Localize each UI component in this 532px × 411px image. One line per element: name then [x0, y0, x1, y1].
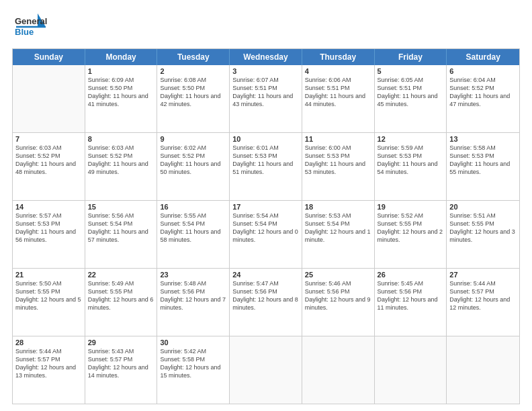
calendar-body: 1Sunrise: 6:09 AM Sunset: 5:50 PM Daylig… — [13, 65, 519, 404]
day-number: 29 — [88, 338, 154, 347]
day-number: 25 — [305, 271, 371, 279]
cell-sun-info: Sunrise: 5:53 AM Sunset: 5:54 PM Dayligh… — [305, 212, 371, 244]
calendar-cell: 27Sunrise: 5:44 AM Sunset: 5:57 PM Dayli… — [447, 269, 519, 336]
day-number: 8 — [88, 135, 154, 143]
cell-sun-info: Sunrise: 5:46 AM Sunset: 5:56 PM Dayligh… — [305, 279, 371, 312]
cell-sun-info: Sunrise: 5:44 AM Sunset: 5:57 PM Dayligh… — [449, 279, 517, 312]
calendar-cell: 3Sunrise: 6:07 AM Sunset: 5:51 PM Daylig… — [230, 65, 302, 132]
calendar-cell: 26Sunrise: 5:45 AM Sunset: 5:56 PM Dayli… — [375, 269, 447, 336]
cell-sun-info: Sunrise: 5:52 AM Sunset: 5:55 PM Dayligh… — [378, 212, 444, 244]
svg-text:General: General — [15, 16, 47, 26]
day-number: 14 — [15, 203, 82, 211]
cell-sun-info: Sunrise: 6:07 AM Sunset: 5:51 PM Dayligh… — [232, 76, 299, 109]
day-number: 27 — [449, 271, 517, 279]
calendar-cell: 19Sunrise: 5:52 AM Sunset: 5:55 PM Dayli… — [375, 201, 447, 268]
calendar-cell: 28Sunrise: 5:44 AM Sunset: 5:57 PM Dayli… — [13, 336, 85, 404]
calendar-cell — [447, 336, 519, 404]
cell-sun-info: Sunrise: 5:54 AM Sunset: 5:54 PM Dayligh… — [232, 212, 299, 244]
cell-sun-info: Sunrise: 5:51 AM Sunset: 5:55 PM Dayligh… — [449, 212, 517, 244]
cell-sun-info: Sunrise: 6:05 AM Sunset: 5:51 PM Dayligh… — [378, 76, 444, 109]
calendar-cell: 6Sunrise: 6:04 AM Sunset: 5:52 PM Daylig… — [447, 65, 519, 132]
day-number: 28 — [15, 338, 82, 347]
day-number: 13 — [449, 135, 517, 143]
calendar-cell: 9Sunrise: 6:02 AM Sunset: 5:52 PM Daylig… — [157, 133, 230, 200]
cell-sun-info: Sunrise: 6:06 AM Sunset: 5:51 PM Dayligh… — [305, 76, 371, 109]
cell-sun-info: Sunrise: 6:01 AM Sunset: 5:53 PM Dayligh… — [232, 144, 299, 177]
calendar-cell: 15Sunrise: 5:56 AM Sunset: 5:54 PM Dayli… — [85, 201, 158, 268]
cell-sun-info: Sunrise: 5:58 AM Sunset: 5:53 PM Dayligh… — [449, 144, 517, 177]
cell-sun-info: Sunrise: 6:03 AM Sunset: 5:52 PM Dayligh… — [15, 144, 82, 177]
calendar-cell: 2Sunrise: 6:08 AM Sunset: 5:50 PM Daylig… — [157, 65, 230, 132]
calendar-cell: 11Sunrise: 6:00 AM Sunset: 5:53 PM Dayli… — [302, 133, 375, 200]
day-number: 19 — [378, 203, 444, 211]
calendar-cell — [230, 336, 302, 404]
calendar-cell: 21Sunrise: 5:50 AM Sunset: 5:55 PM Dayli… — [13, 269, 85, 336]
cell-sun-info: Sunrise: 5:42 AM Sunset: 5:58 PM Dayligh… — [160, 347, 226, 380]
calendar-cell: 13Sunrise: 5:58 AM Sunset: 5:53 PM Dayli… — [447, 133, 519, 200]
calendar-cell: 30Sunrise: 5:42 AM Sunset: 5:58 PM Dayli… — [157, 336, 230, 404]
calendar-header-day: Friday — [375, 49, 447, 65]
calendar-header-day: Tuesday — [157, 49, 230, 65]
day-number: 23 — [160, 271, 226, 279]
calendar-cell: 24Sunrise: 5:47 AM Sunset: 5:56 PM Dayli… — [230, 269, 302, 336]
calendar-week-row: 21Sunrise: 5:50 AM Sunset: 5:55 PM Dayli… — [13, 269, 519, 336]
day-number: 17 — [232, 203, 299, 211]
cell-sun-info: Sunrise: 5:59 AM Sunset: 5:53 PM Dayligh… — [378, 144, 444, 177]
day-number: 22 — [88, 271, 154, 279]
day-number: 7 — [15, 135, 82, 143]
calendar-cell: 20Sunrise: 5:51 AM Sunset: 5:55 PM Dayli… — [447, 201, 519, 268]
calendar-week-row: 14Sunrise: 5:57 AM Sunset: 5:53 PM Dayli… — [13, 201, 519, 269]
cell-sun-info: Sunrise: 5:50 AM Sunset: 5:55 PM Dayligh… — [15, 279, 82, 312]
cell-sun-info: Sunrise: 6:02 AM Sunset: 5:52 PM Dayligh… — [160, 144, 226, 177]
day-number: 6 — [449, 67, 517, 75]
day-number: 12 — [378, 135, 444, 143]
cell-sun-info: Sunrise: 5:47 AM Sunset: 5:56 PM Dayligh… — [232, 279, 299, 312]
day-number: 4 — [305, 67, 371, 75]
calendar-cell: 7Sunrise: 6:03 AM Sunset: 5:52 PM Daylig… — [13, 133, 85, 200]
calendar-cell: 16Sunrise: 5:55 AM Sunset: 5:54 PM Dayli… — [157, 201, 230, 268]
calendar-header: SundayMondayTuesdayWednesdayThursdayFrid… — [13, 49, 519, 65]
calendar-cell: 10Sunrise: 6:01 AM Sunset: 5:53 PM Dayli… — [230, 133, 302, 200]
day-number: 21 — [15, 271, 82, 279]
cell-sun-info: Sunrise: 5:45 AM Sunset: 5:56 PM Dayligh… — [378, 279, 444, 312]
calendar-header-day: Thursday — [302, 49, 375, 65]
cell-sun-info: Sunrise: 6:03 AM Sunset: 5:52 PM Dayligh… — [88, 144, 154, 177]
cell-sun-info: Sunrise: 6:08 AM Sunset: 5:50 PM Dayligh… — [160, 76, 226, 109]
calendar-cell — [302, 336, 375, 404]
calendar-cell: 18Sunrise: 5:53 AM Sunset: 5:54 PM Dayli… — [302, 201, 375, 268]
calendar-header-day: Wednesday — [230, 49, 302, 65]
calendar-cell: 22Sunrise: 5:49 AM Sunset: 5:55 PM Dayli… — [85, 269, 158, 336]
calendar-cell: 14Sunrise: 5:57 AM Sunset: 5:53 PM Dayli… — [13, 201, 85, 268]
cell-sun-info: Sunrise: 5:44 AM Sunset: 5:57 PM Dayligh… — [15, 347, 82, 380]
cell-sun-info: Sunrise: 5:56 AM Sunset: 5:54 PM Dayligh… — [88, 212, 154, 244]
cell-sun-info: Sunrise: 6:04 AM Sunset: 5:52 PM Dayligh… — [449, 76, 517, 109]
day-number: 18 — [305, 203, 371, 211]
day-number: 26 — [378, 271, 444, 279]
day-number: 9 — [160, 135, 226, 143]
calendar-cell: 4Sunrise: 6:06 AM Sunset: 5:51 PM Daylig… — [302, 65, 375, 132]
calendar-cell — [375, 336, 447, 404]
day-number: 5 — [378, 67, 444, 75]
calendar-cell: 8Sunrise: 6:03 AM Sunset: 5:52 PM Daylig… — [85, 133, 158, 200]
cell-sun-info: Sunrise: 5:49 AM Sunset: 5:55 PM Dayligh… — [88, 279, 154, 312]
day-number: 1 — [88, 67, 154, 75]
calendar-cell: 5Sunrise: 6:05 AM Sunset: 5:51 PM Daylig… — [375, 65, 447, 132]
cell-sun-info: Sunrise: 5:57 AM Sunset: 5:53 PM Dayligh… — [15, 212, 82, 244]
calendar: SundayMondayTuesdayWednesdayThursdayFrid… — [12, 48, 520, 404]
cell-sun-info: Sunrise: 6:09 AM Sunset: 5:50 PM Dayligh… — [88, 76, 154, 109]
day-number: 3 — [232, 67, 299, 75]
calendar-header-day: Sunday — [13, 49, 85, 65]
page: General Blue SundayMondayTuesdayWednesda… — [0, 0, 532, 411]
header: General Blue — [12, 12, 520, 42]
day-number: 2 — [160, 67, 226, 75]
calendar-cell: 17Sunrise: 5:54 AM Sunset: 5:54 PM Dayli… — [230, 201, 302, 268]
calendar-week-row: 28Sunrise: 5:44 AM Sunset: 5:57 PM Dayli… — [13, 336, 519, 404]
calendar-week-row: 1Sunrise: 6:09 AM Sunset: 5:50 PM Daylig… — [13, 65, 519, 133]
logo-icon: General Blue — [12, 12, 47, 42]
day-number: 24 — [232, 271, 299, 279]
day-number: 11 — [305, 135, 371, 143]
calendar-week-row: 7Sunrise: 6:03 AM Sunset: 5:52 PM Daylig… — [13, 133, 519, 201]
day-number: 16 — [160, 203, 226, 211]
cell-sun-info: Sunrise: 6:00 AM Sunset: 5:53 PM Dayligh… — [305, 144, 371, 177]
day-number: 20 — [449, 203, 517, 211]
